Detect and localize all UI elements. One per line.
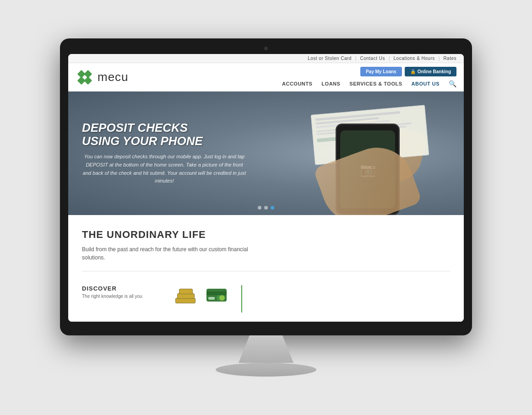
pay-loans-button[interactable]: Pay My Loans — [360, 67, 402, 76]
nav-buttons: Pay My Loans 🔒 Online Banking — [360, 67, 456, 76]
svg-rect-11 — [206, 291, 227, 295]
discover-section: DISCOVER The right knowledge is all you — [82, 280, 450, 313]
monitor-stand-base — [216, 363, 316, 377]
content-area: THE UNORDINARY LIFE Build from the past … — [68, 215, 464, 322]
monitor-wrapper: Lost or Stolen Card | Contact Us | Locat… — [60, 38, 472, 377]
discover-icons — [174, 285, 228, 305]
nav-about[interactable]: ABOUT US — [412, 81, 440, 86]
gold-bars-icon — [174, 285, 197, 305]
slide-dot-2[interactable] — [264, 206, 268, 210]
svg-rect-5 — [176, 298, 195, 303]
utility-bar: Lost or Stolen Card | Contact Us | Locat… — [68, 54, 464, 63]
slider-dots — [258, 206, 274, 210]
slide-dot-3[interactable] — [271, 206, 274, 210]
lock-icon: 🔒 — [410, 69, 416, 74]
svg-rect-7 — [178, 294, 194, 298]
logo-text: mecu — [98, 70, 129, 84]
nav-loans[interactable]: LOANS — [321, 81, 340, 86]
search-icon[interactable]: 🔍 — [449, 80, 456, 87]
logo-area: mecu — [76, 68, 129, 86]
credit-card-icon-item[interactable] — [205, 285, 228, 305]
credit-card-icon — [205, 285, 228, 305]
gold-bars-icon-item[interactable] — [174, 285, 197, 305]
online-banking-button[interactable]: 🔒 Online Banking — [405, 67, 456, 76]
monitor-frame: Lost or Stolen Card | Contact Us | Locat… — [60, 38, 472, 335]
discover-label: DISCOVER — [82, 285, 164, 292]
hero-visual: 📷 — [262, 96, 436, 215]
nav-accounts[interactable]: ACCOUNTS — [282, 81, 312, 86]
slide-dot-1[interactable] — [258, 206, 261, 210]
main-nav: mecu Pay My Loans 🔒 Online Banking ACCOU… — [68, 63, 464, 92]
separator-1: | — [355, 56, 357, 61]
separator-3: | — [439, 56, 440, 61]
content-divider — [82, 271, 450, 271]
section-title: THE UNORDINARY LIFE — [82, 229, 450, 241]
section-vertical-divider — [241, 285, 242, 313]
hero-title: DEPOSIT CHECKS USING YOUR PHONE — [82, 121, 247, 147]
nav-links: ACCOUNTS LOANS SERVICES & TOOLS ABOUT US… — [282, 80, 456, 87]
nav-services[interactable]: SERVICES & TOOLS — [349, 81, 402, 86]
nav-right: Pay My Loans 🔒 Online Banking ACCOUNTS L… — [282, 67, 456, 87]
utility-link-locations[interactable]: Locations & Hours — [394, 56, 435, 61]
discover-description: The right knowledge is all you — [82, 294, 164, 299]
svg-point-14 — [219, 295, 225, 301]
hero-section: 📷 DEPOSIT CHECKS USING YOUR PHONE You ca… — [68, 92, 464, 215]
monitor-stand-neck — [239, 335, 293, 363]
svg-rect-3 — [84, 76, 92, 85]
utility-link-contact[interactable]: Contact Us — [360, 56, 385, 61]
section-subtitle: Build from the past and reach for the fu… — [82, 245, 265, 262]
logo-icon — [76, 68, 94, 86]
camera-dot — [264, 47, 268, 50]
monitor-screen: Lost or Stolen Card | Contact Us | Locat… — [68, 54, 464, 322]
discover-text: DISCOVER The right knowledge is all you — [82, 285, 164, 299]
hero-body-text: You can now deposit checks through our m… — [82, 153, 247, 185]
svg-rect-12 — [208, 297, 215, 300]
hero-content: DEPOSIT CHECKS USING YOUR PHONE You can … — [68, 121, 261, 185]
utility-link-lost[interactable]: Lost or Stolen Card — [308, 56, 352, 61]
utility-link-rates[interactable]: Rates — [443, 56, 456, 61]
separator-2: | — [389, 56, 390, 61]
svg-rect-9 — [179, 289, 192, 294]
